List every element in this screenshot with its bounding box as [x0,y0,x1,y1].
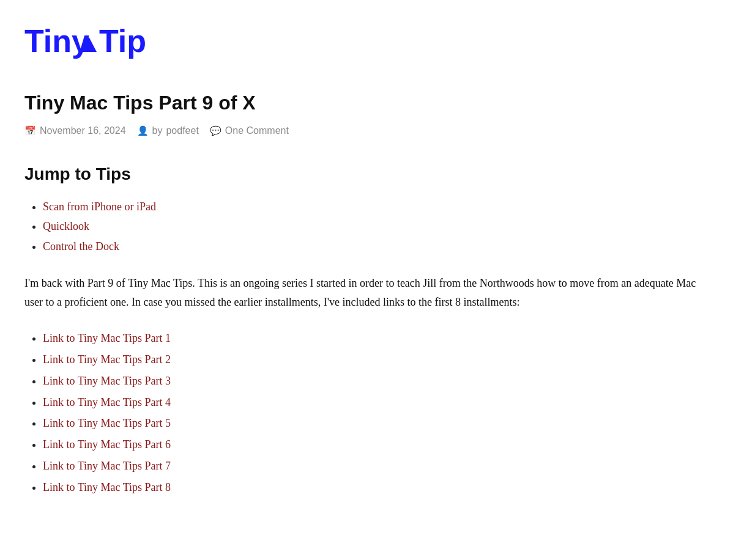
list-item: Link to Tiny Mac Tips Part 7 [43,457,709,475]
list-item: Control the Dock [43,238,709,256]
list-item: Link to Tiny Mac Tips Part 3 [43,372,709,390]
post-comments-item: 💬 One Comment [210,123,289,139]
part-link-5[interactable]: Link to Tiny Mac Tips Part 5 [43,417,171,429]
calendar-icon: 📅 [24,123,36,138]
svg-text:Tip: Tip [99,23,146,59]
jump-link-quicklook[interactable]: Quicklook [43,220,89,232]
post-comments: One Comment [225,123,289,139]
part-link-8[interactable]: Link to Tiny Mac Tips Part 8 [43,481,171,493]
jump-link-dock[interactable]: Control the Dock [43,240,119,252]
part-link-1[interactable]: Link to Tiny Mac Tips Part 1 [43,332,171,344]
comment-icon: 💬 [210,123,221,138]
svg-text:Tiny: Tiny [24,23,89,59]
post-author-item: 👤 by podfeet [137,123,199,139]
post-meta: 📅 November 16, 2024 👤 by podfeet 💬 One C… [24,123,709,139]
jump-section-heading: Jump to Tips [24,161,709,188]
list-item: Link to Tiny Mac Tips Part 1 [43,330,709,347]
list-item: Link to Tiny Mac Tips Part 6 [43,436,709,454]
post-author: podfeet [166,123,198,139]
part-link-7[interactable]: Link to Tiny Mac Tips Part 7 [43,460,171,472]
author-icon: 👤 [137,123,149,138]
list-item: Scan from iPhone or iPad [43,198,709,216]
jump-link-scan[interactable]: Scan from iPhone or iPad [43,201,156,213]
part-link-3[interactable]: Link to Tiny Mac Tips Part 3 [43,375,171,387]
part-link-4[interactable]: Link to Tiny Mac Tips Part 4 [43,396,171,408]
list-item: Quicklook [43,218,709,235]
logo-area: Tiny Tip [24,12,709,73]
site-logo: Tiny Tip [24,12,147,67]
jump-links-list: Scan from iPhone or iPad Quicklook Contr… [43,198,709,256]
part-links-list: Link to Tiny Mac Tips Part 1 Link to Tin… [43,330,709,496]
part-link-2[interactable]: Link to Tiny Mac Tips Part 2 [43,353,171,366]
list-item: Link to Tiny Mac Tips Part 5 [43,414,709,432]
list-item: Link to Tiny Mac Tips Part 4 [43,394,709,411]
post-author-label: by [152,123,163,139]
post-date: November 16, 2024 [40,123,126,139]
part-link-6[interactable]: Link to Tiny Mac Tips Part 6 [43,438,171,451]
list-item: Link to Tiny Mac Tips Part 2 [43,351,709,369]
post-title: Tiny Mac Tips Part 9 of X [24,91,709,114]
post-body-text: I'm back with Part 9 of Tiny Mac Tips. T… [24,274,709,311]
list-item: Link to Tiny Mac Tips Part 8 [43,479,709,496]
post-date-item: 📅 November 16, 2024 [24,123,126,139]
